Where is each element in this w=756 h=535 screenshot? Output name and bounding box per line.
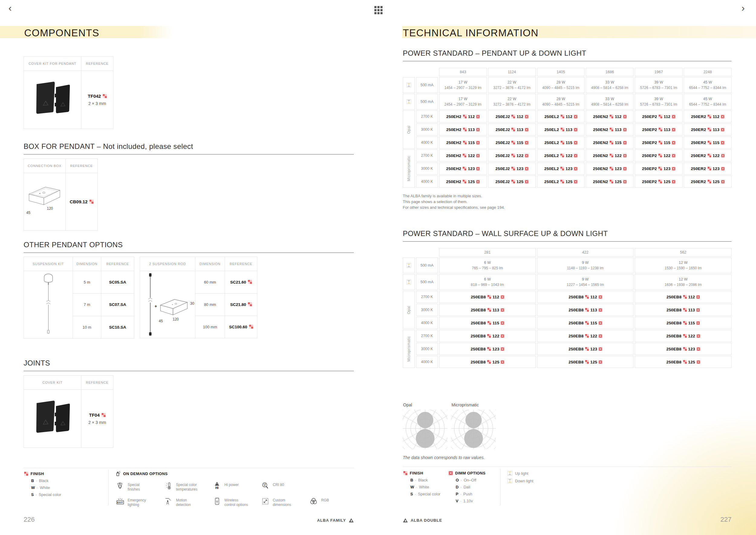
finish-flag-icon [585, 360, 589, 364]
product-code-cell: 250EB8125 [439, 356, 536, 368]
legend-entry: S·Special color [31, 492, 61, 497]
product-code-cell: 250EJ2115 [488, 136, 536, 149]
rgb-icon [309, 497, 318, 505]
rod-box-wireframe [158, 296, 190, 319]
pendant-table-title: POWER STANDARD – PENDANT UP & DOWN LIGHT [403, 49, 732, 61]
product-suffix: 113 [615, 127, 621, 132]
end-caps-illustration [30, 75, 75, 124]
product-code: 250EB8 [569, 321, 584, 325]
product-suffix: 112 [566, 114, 573, 119]
dimm-options-icon [721, 180, 724, 183]
product-code: 250EL2 [544, 180, 559, 184]
dimm-options-icon [623, 115, 627, 118]
product-code-cell: 250ER2112 [684, 110, 732, 123]
wattage: 17 W [458, 97, 467, 101]
product-suffix: 115 [688, 321, 695, 325]
dimm-options-icon [672, 128, 675, 131]
dimm-options-icon [672, 115, 675, 118]
special-color-temperatures-icon [164, 482, 173, 490]
product-suffix: 125 [615, 180, 622, 184]
dimm-options-icon [501, 360, 504, 364]
product-code-cell: 250EJ2112 [488, 110, 536, 123]
hi-power-option: HIHi power [212, 482, 261, 492]
polar-diagram-opal [403, 410, 447, 449]
lumen-range: 3272 – 3876 – 4172 lm [493, 102, 530, 106]
finish-flag-icon [708, 128, 711, 131]
product-code-cell: 250EB8112 [635, 291, 732, 303]
dimm-options-icon [501, 334, 504, 338]
product-code: 250EB8 [569, 308, 584, 312]
reference-size: 2 × 3 mm [82, 420, 113, 425]
power-output-cell: 17 W1454 – 2907 – 3129 lm [439, 77, 487, 93]
product-suffix: 123 [517, 166, 524, 171]
finish-flag-icon [585, 308, 589, 312]
product-code: 250EB8 [471, 308, 486, 312]
finish-flag-icon [708, 154, 711, 157]
diffuser-group-label: Opal [403, 110, 415, 149]
product-code-cell: 250EP2112 [635, 110, 683, 123]
cri-80-option: CRI80CRI 80 [261, 482, 309, 492]
product-suffix: 125 [688, 360, 695, 364]
product-code: 250EB8 [569, 295, 584, 299]
dimm-options-icon [501, 296, 504, 299]
power-output-cell: 12 W1530 – 1590 – 1650 lm [635, 258, 732, 273]
dimm-options-icon [599, 347, 602, 351]
reference-cell: CB09.12 [66, 173, 98, 231]
color-temperature-cell: 3000 K [416, 304, 438, 316]
product-code-cell: 250EB8122 [635, 330, 732, 342]
finish-flag-icon [511, 167, 515, 170]
reference-cell: SC100.60 [225, 316, 257, 338]
product-code: 250ER2 [691, 180, 706, 184]
finish-flag-icon [585, 334, 589, 338]
finish-flag-icon [609, 128, 613, 131]
distribution-label-opal: Opal [403, 403, 412, 407]
product-code-cell: 250EH2123 [439, 162, 487, 175]
motion-detection-option: Motion detection [164, 497, 212, 507]
legend-entry: P·Push [456, 492, 485, 496]
legend-entry: W·White [410, 485, 440, 489]
lumen-range: 2454 – 2907 – 3129 lm [445, 102, 482, 106]
product-code: 250EH2 [446, 114, 461, 119]
product-suffix: 112 [688, 295, 695, 299]
finish-flag-icon [511, 128, 515, 131]
finish-flag-icon [659, 141, 662, 144]
column-header: DIMENSION [73, 257, 101, 271]
next-page-button[interactable]: › [742, 3, 745, 13]
finish-flag-icon [249, 325, 253, 329]
prev-page-button[interactable]: ‹ [9, 3, 12, 13]
product-code-cell: 250EB8123 [635, 343, 732, 355]
corner-glow [575, 378, 756, 535]
grid-view-button[interactable] [374, 6, 383, 14]
custom-dimensions-option: Custom dimensions [261, 497, 309, 507]
cri-80-icon: CRI80 [261, 482, 270, 490]
product-code-cell: 250EN2112 [586, 110, 634, 123]
hi-power-icon: HI [212, 482, 221, 490]
finish-flag-icon [511, 180, 515, 183]
drive-current-cell: 500 mA [416, 94, 438, 110]
dimm-options-icon [525, 154, 528, 157]
product-code: 250ER2 [691, 154, 706, 158]
legend-divider [403, 466, 732, 467]
product-code-cell: 250EN2115 [586, 136, 634, 149]
wattage: 33 W [606, 80, 614, 84]
dimm-options-icon [623, 154, 627, 157]
custom-dimensions-icon [261, 497, 270, 505]
finish-flag-icon [658, 180, 662, 183]
diffuser-group-label: Microprismatic [403, 150, 415, 188]
finish-flag-icon [403, 471, 407, 475]
diffuser-group-label: Microprismatic [403, 330, 415, 368]
product-code: 250EB8 [569, 334, 584, 338]
dimm-options-icon [623, 141, 627, 144]
power-output-cell: 9 W1227 – 1454 – 1565 lm [537, 274, 634, 290]
color-temperature-cell: 4000 K [416, 136, 438, 149]
dimm-options-icon [574, 128, 577, 131]
dimm-options-icon [476, 180, 480, 183]
catalog-spread: ‹ › COMPONENTS COVER KIT FOR PENDANT REF… [0, 0, 756, 535]
product-code-cell: 250EH2115 [439, 136, 487, 149]
power-output-cell: 17 W2454 – 2907 – 3129 lm [439, 94, 487, 110]
legend-entry: B·Black [410, 478, 440, 482]
product-suffix: 122 [517, 154, 524, 158]
product-suffix: 122 [492, 334, 499, 338]
suspension-kit-table: SUSPENSION KIT DIMENSION REFERENCE 5 m [24, 257, 134, 339]
product-code-cell: 250ER2115 [684, 136, 732, 149]
